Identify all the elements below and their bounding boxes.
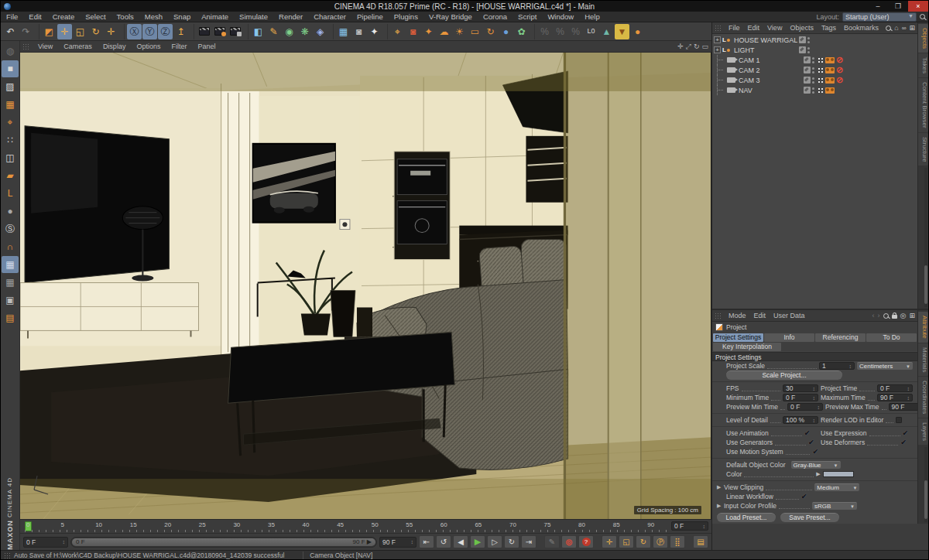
object-row-nav[interactable]: NAV [712, 85, 917, 95]
toggle-use-deformers-checkbox[interactable]: ✔ [900, 439, 907, 446]
tab-takes[interactable]: Takes [918, 53, 928, 77]
tab-key-interpolation[interactable]: Key Interpolation [713, 343, 781, 351]
tab-materials[interactable]: Materials [918, 343, 928, 376]
keyframe-help-button[interactable]: ? [578, 535, 594, 548]
lock-z-icon[interactable]: Ⓩ [158, 24, 173, 39]
tab-layers[interactable]: Layers [918, 418, 928, 445]
tab-info[interactable]: Info [764, 333, 814, 342]
camera-icon[interactable]: ◙ [351, 24, 366, 39]
menu-window[interactable]: Window [542, 12, 579, 21]
lod-field[interactable]: 100 %↕ [783, 416, 818, 424]
viewport-rotate-icon[interactable]: ↻ [694, 43, 700, 51]
move-icon[interactable]: ✛ [57, 24, 72, 39]
expand-arrow-icon[interactable]: ▶ [816, 471, 820, 477]
layer-chip-icon[interactable] [804, 56, 811, 63]
vray-camera-icon[interactable]: ◙ [406, 24, 420, 39]
expander-icon[interactable]: + [714, 46, 721, 53]
layout-dropdown[interactable]: Startup (User) ▼ [842, 12, 917, 22]
solo-box-icon[interactable]: ▣ [2, 292, 19, 309]
menu-file[interactable]: File [1, 12, 23, 21]
live-selection-icon[interactable]: ◩ [42, 24, 57, 39]
array-icon[interactable]: ❋ [297, 24, 312, 39]
stepper-icon[interactable]: ↕ [813, 386, 816, 391]
default-object-color-dropdown[interactable]: Gray-Blue▼ [791, 461, 841, 469]
percent-c-icon[interactable]: % [568, 24, 583, 39]
scale-project-button[interactable]: Scale Project... [726, 370, 842, 380]
corona-frame-icon[interactable]: ▭ [468, 24, 482, 39]
menu-tools[interactable]: Tools [111, 12, 139, 21]
field-preview-min-time-input[interactable]: 0 F↕ [787, 403, 823, 411]
texture-mode-icon[interactable]: ▨ [2, 78, 19, 95]
magnet-snap-icon[interactable]: ∩ [2, 238, 19, 255]
vray-light-icon[interactable]: ✦ [421, 24, 436, 39]
viewport-menu-cameras[interactable]: Cameras [58, 43, 98, 50]
vray-camera-tag-icon[interactable] [825, 77, 835, 84]
object-row-cam-2[interactable]: CAM 2⊘ [712, 65, 917, 75]
rotate-icon[interactable]: ↻ [88, 24, 103, 39]
viewport-zoom-icon[interactable]: ⤢ [686, 43, 691, 51]
panel-scrollbar[interactable] [924, 168, 927, 307]
panel-grip-icon[interactable] [715, 25, 722, 32]
stepper-icon[interactable]: ↕ [907, 395, 910, 401]
tab-structure[interactable]: Structure [918, 133, 928, 166]
menu-help[interactable]: Help [579, 12, 605, 21]
undo-icon[interactable]: ↶ [3, 24, 18, 39]
visibility-dots[interactable] [812, 57, 814, 63]
panel-grip-icon[interactable] [715, 312, 722, 319]
vray-camera-tag-icon[interactable] [825, 87, 835, 94]
toggle-use-motion-system-checkbox[interactable]: ✔ [812, 448, 818, 456]
stepper-icon[interactable]: ↕ [818, 405, 821, 410]
tab-referencing[interactable]: Referencing [815, 333, 866, 342]
play-forwards-button[interactable]: ▶ [470, 535, 485, 548]
object-axis-mode-icon[interactable]: ⌖ [2, 114, 19, 131]
tab-project-settings[interactable]: Project Settings [713, 333, 763, 342]
light-icon[interactable]: ✦ [367, 24, 382, 39]
tab-coordinates[interactable]: Coordinates [918, 377, 928, 418]
layer-chip-icon[interactable] [804, 77, 811, 84]
search-icon[interactable] [886, 26, 891, 31]
am-menu-user-data[interactable]: User Data [770, 312, 809, 319]
keyframe-selection-button[interactable]: ▤ [693, 535, 708, 548]
end-frame-field[interactable]: 90 F↕ [379, 537, 417, 548]
l0-reset-icon[interactable]: L0 [584, 24, 598, 39]
menu-animate[interactable]: Animate [196, 12, 234, 21]
visibility-dots[interactable] [807, 37, 810, 43]
deformer-icon[interactable]: ◈ [313, 24, 327, 39]
team-render-icon[interactable]: ▲ [599, 24, 614, 39]
viewport-menu-view[interactable]: View [33, 43, 58, 50]
lock-y-icon[interactable]: Ⓨ [142, 24, 157, 39]
scale-icon[interactable]: ◱ [73, 24, 87, 39]
no-sign-tag-icon[interactable]: ⊘ [836, 66, 843, 74]
viewport-maximize-icon[interactable]: ▭ [701, 43, 708, 51]
toggle-use-generators-checkbox[interactable]: ✔ [808, 439, 814, 446]
target-icon[interactable]: ◎ [900, 312, 907, 319]
input-color-profile-dropdown[interactable]: sRGB▼ [812, 502, 857, 510]
menu-plugins[interactable]: Plugins [389, 12, 423, 21]
axis-workflow-icon[interactable]: ⌖ [390, 24, 405, 39]
record-active-objects-button[interactable]: ✎ [544, 535, 560, 548]
scrollbar-thumb[interactable] [924, 265, 927, 304]
scrollbar-thumb[interactable] [924, 480, 927, 519]
corona-blob-icon[interactable]: ● [630, 24, 645, 39]
start-frame-field[interactable]: 0 F↕ [23, 537, 68, 548]
key-parameter-button[interactable]: Ⓟ [653, 535, 668, 548]
menu-corona[interactable]: Corona [478, 12, 512, 21]
expand-arrow-icon[interactable]: ▶ [717, 503, 722, 509]
last-tool-icon[interactable]: ✛ [104, 24, 118, 39]
history-back-icon[interactable]: ‹ [872, 312, 875, 319]
export-file-icon[interactable]: ▤ [2, 309, 19, 326]
section-header[interactable]: Project Settings [712, 352, 917, 361]
goto-end-button[interactable]: ⇥ [521, 535, 536, 548]
redo-icon[interactable]: ↷ [19, 24, 33, 39]
menu-v-ray-bridge[interactable]: V-Ray Bridge [423, 12, 478, 21]
viewport-move-icon[interactable]: ✛ [677, 43, 684, 51]
lock-icon[interactable] [892, 315, 897, 319]
snap-toggle-icon[interactable]: Ⓢ [2, 220, 19, 237]
no-sign-tag-icon[interactable]: ⊘ [836, 76, 843, 84]
visibility-dots[interactable] [812, 87, 814, 94]
marker-tag-icon[interactable] [818, 87, 824, 94]
toggle-use-animation-checkbox[interactable]: ✔ [804, 429, 811, 437]
menu-mesh[interactable]: Mesh [139, 12, 168, 21]
tab-objects[interactable]: Objects [918, 24, 928, 53]
viewport-menu-display[interactable]: Display [98, 43, 132, 50]
